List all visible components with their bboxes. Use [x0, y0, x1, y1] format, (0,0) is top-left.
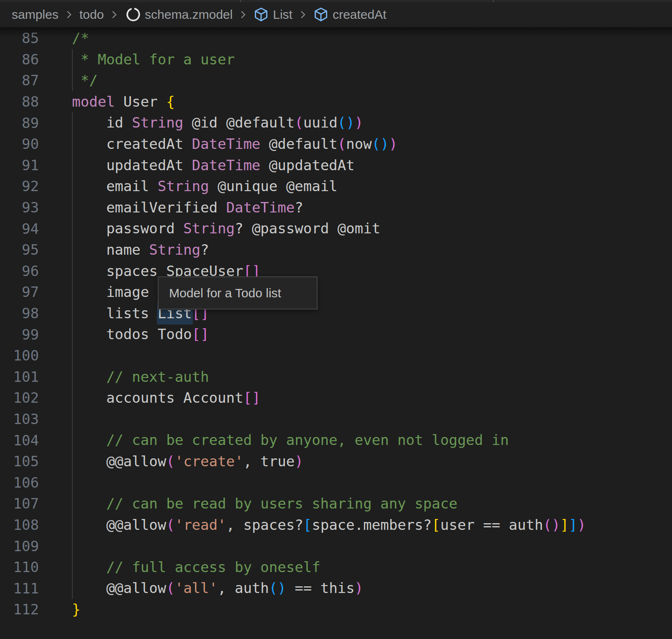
code-line[interactable]: 107 // can be read by users sharing any …	[0, 493, 672, 514]
code-line[interactable]: 96 spaces SpaceUser[]	[0, 261, 672, 282]
code-line[interactable]: 90 createdAt DateTime @default(now())	[0, 133, 672, 155]
code-line[interactable]: 87 */	[0, 70, 672, 91]
code-line[interactable]: 93 emailVerified DateTime?	[0, 197, 672, 218]
line-number[interactable]: 96	[0, 263, 39, 279]
code-line[interactable]: 94 password String? @password @omit	[0, 218, 672, 239]
code-line[interactable]: 88model User {	[0, 91, 672, 112]
line-number[interactable]: 93	[0, 199, 39, 216]
code-line[interactable]: 108 @@allow('read', spaces?[space.member…	[0, 514, 672, 536]
code-token: */	[72, 72, 97, 89]
code-line[interactable]: 101 // next-auth	[0, 366, 672, 388]
code-line-content: image	[39, 281, 149, 303]
line-number[interactable]: 90	[0, 135, 39, 152]
line-number[interactable]: 95	[0, 241, 39, 258]
code-line[interactable]: 111 @@allow('all', auth() == this)	[0, 578, 672, 599]
code-line[interactable]: 99 todos Todo[]	[0, 324, 672, 345]
line-number[interactable]: 100	[0, 347, 39, 364]
breadcrumb-item-schema-zmodel[interactable]: schema.zmodel	[125, 7, 233, 23]
code-line[interactable]: 89 id String @id @default(uuid())	[0, 112, 672, 133]
code-token: , auth	[218, 580, 269, 596]
code-line[interactable]: 102 accounts Account[]	[0, 387, 672, 409]
code-token: email	[72, 178, 158, 194]
code-token: (	[338, 135, 346, 152]
code-line[interactable]: 85/*	[0, 28, 672, 49]
code-token: (	[166, 580, 174, 596]
code-token: emailVerified	[72, 199, 226, 216]
code-token: )	[295, 453, 303, 470]
code-line-content: name String?	[39, 239, 209, 261]
code-token: []	[192, 326, 209, 343]
code-line-content: * Model for a user	[39, 49, 235, 70]
code-line[interactable]: 110 // full access by oneself	[0, 557, 672, 578]
code-token: uuid	[303, 114, 338, 131]
code-line[interactable]: 104 // can be created by anyone, even no…	[0, 429, 672, 451]
code-token: image	[72, 284, 149, 300]
line-number[interactable]: 108	[0, 516, 39, 533]
code-token: name	[72, 241, 149, 258]
code-token: now	[346, 135, 372, 152]
code-token: )	[355, 580, 363, 596]
line-number[interactable]: 111	[0, 580, 39, 597]
line-number[interactable]: 99	[0, 326, 39, 343]
line-number[interactable]: 86	[0, 51, 39, 68]
code-line[interactable]: 106	[0, 472, 672, 493]
code-line[interactable]: 91 updatedAt DateTime @updatedAt	[0, 155, 672, 176]
line-number[interactable]: 109	[0, 538, 39, 555]
code-line[interactable]: 105 @@allow('create', true)	[0, 451, 672, 472]
code-token: )	[389, 135, 397, 152]
code-editor[interactable]: 85/*86 * Model for a user87 */88model Us…	[0, 27, 672, 639]
breadcrumb-item-todo[interactable]: todo	[80, 8, 104, 22]
line-number[interactable]: 91	[0, 157, 39, 174]
code-line[interactable]: 103	[0, 409, 672, 430]
code-line-content: updatedAt DateTime @updatedAt	[39, 155, 355, 176]
code-token: [	[303, 516, 312, 533]
code-line[interactable]: 86 * Model for a user	[0, 49, 672, 70]
line-number[interactable]: 105	[0, 453, 39, 470]
code-token: String	[132, 114, 183, 131]
code-token: // next-auth	[72, 368, 209, 385]
code-token: DateTime	[192, 135, 261, 152]
code-line[interactable]: 98 lists List[]	[0, 303, 672, 324]
code-token: ()	[372, 135, 389, 152]
line-number[interactable]: 89	[0, 115, 39, 131]
code-token: // can be created by anyone, even not lo…	[72, 432, 509, 448]
breadcrumb-label: List	[273, 8, 292, 22]
breadcrumb-item-samples[interactable]: samples	[12, 8, 59, 22]
code-token: ]	[560, 516, 569, 533]
code-token: * Model for a user	[72, 51, 235, 68]
code-line[interactable]: 97 image	[0, 281, 672, 303]
line-number[interactable]: 104	[0, 432, 39, 449]
line-number[interactable]: 110	[0, 559, 39, 575]
line-number[interactable]: 107	[0, 495, 39, 512]
line-number[interactable]: 85	[0, 30, 39, 46]
line-number[interactable]: 112	[0, 601, 39, 618]
code-token: )	[355, 114, 363, 131]
line-number[interactable]: 94	[0, 220, 39, 237]
code-token: user == auth	[440, 516, 543, 533]
breadcrumb-item-list[interactable]: List	[254, 7, 292, 22]
line-number[interactable]: 103	[0, 411, 39, 427]
line-number[interactable]: 92	[0, 178, 39, 194]
line-number[interactable]: 102	[0, 389, 39, 406]
code-token: lists	[72, 305, 158, 322]
breadcrumb-label: todo	[80, 8, 104, 22]
code-line-content: createdAt DateTime @default(now())	[39, 133, 398, 155]
line-number[interactable]: 106	[0, 474, 39, 491]
code-token: DateTime	[226, 199, 295, 216]
line-number[interactable]: 87	[0, 72, 39, 89]
line-number[interactable]: 97	[0, 284, 39, 300]
code-line[interactable]: 92 email String @unique @email	[0, 176, 672, 197]
code-token: [	[432, 516, 440, 533]
line-number[interactable]: 98	[0, 305, 39, 322]
code-line[interactable]: 100	[0, 345, 672, 366]
code-token: ?	[200, 241, 209, 258]
code-line[interactable]: 95 name String?	[0, 239, 672, 261]
code-line[interactable]: 109	[0, 535, 672, 557]
line-number[interactable]: 88	[0, 93, 39, 110]
code-line-content: }	[39, 599, 80, 620]
line-number[interactable]: 101	[0, 368, 39, 385]
code-line[interactable]: 112}	[0, 599, 672, 620]
code-token: model	[72, 93, 123, 110]
code-token: ()	[338, 114, 355, 131]
breadcrumb-item-createdat[interactable]: createdAt	[313, 7, 386, 22]
